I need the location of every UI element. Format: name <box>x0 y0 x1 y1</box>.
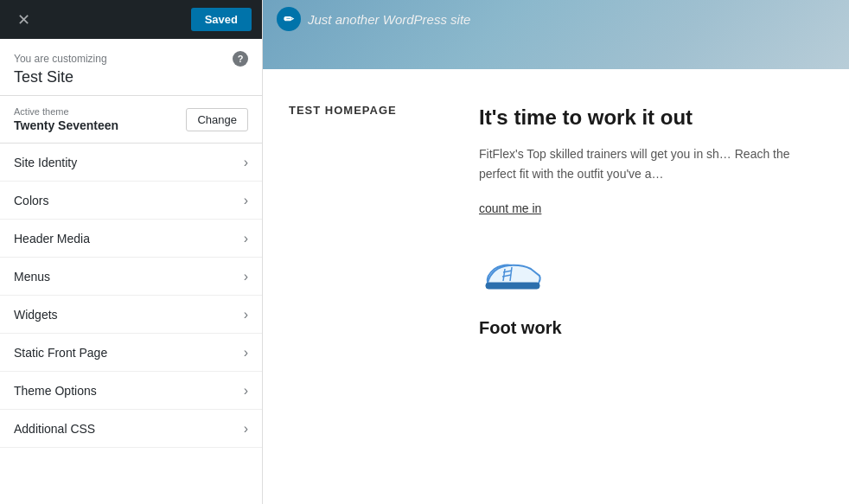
preview-cta-link[interactable]: count me in <box>479 201 541 215</box>
foot-work-label: Foot work <box>479 318 823 338</box>
shoe-icon-container <box>479 250 823 301</box>
preview-site-label: ✏ Just another WordPress site <box>277 7 470 31</box>
menu-item-header-media[interactable]: Header Media › <box>0 220 262 258</box>
chevron-right-icon: › <box>244 155 248 170</box>
menu-item-widgets[interactable]: Widgets › <box>0 296 262 334</box>
close-icon: ✕ <box>17 11 30 29</box>
close-button[interactable]: ✕ <box>10 7 37 33</box>
preview-panel: ✏ Just another WordPress site TEST HOMEP… <box>263 0 849 504</box>
chevron-right-icon: › <box>244 345 248 360</box>
menu-item-label: Additional CSS <box>14 422 95 436</box>
preview-body-text: FitFlex's Top skilled trainers will get … <box>479 144 823 183</box>
preview-header-image: ✏ Just another WordPress site <box>263 0 849 69</box>
preview-content: TEST HOMEPAGE It's time to work it out F… <box>263 69 849 355</box>
site-logo-icon: ✏ <box>277 7 301 31</box>
site-tagline: Just another WordPress site <box>308 12 470 27</box>
active-theme-label: Active theme <box>14 106 118 117</box>
site-name: Test Site <box>14 68 248 86</box>
active-theme-left: Active theme Twenty Seventeen <box>14 106 118 132</box>
menu-item-label: Theme Options <box>14 384 97 398</box>
customizing-text: You are customizing <box>14 53 107 65</box>
menu-item-additional-css[interactable]: Additional CSS › <box>0 410 262 448</box>
preview-left-col: TEST HOMEPAGE <box>289 104 444 338</box>
menu-item-static-front-page[interactable]: Static Front Page › <box>0 334 262 372</box>
preview-right-col: It's time to work it out FitFlex's Top s… <box>479 104 823 338</box>
menu-item-label: Colors <box>14 194 48 207</box>
menu-item-site-identity[interactable]: Site Identity › <box>0 144 262 182</box>
active-theme-name: Twenty Seventeen <box>14 118 118 132</box>
menu-item-label: Menus <box>14 270 50 284</box>
sidebar-header: ✕ Saved <box>0 0 262 39</box>
chevron-right-icon: › <box>244 269 248 284</box>
chevron-right-icon: › <box>244 307 248 322</box>
menu-item-label: Header Media <box>14 232 90 246</box>
chevron-right-icon: › <box>244 193 248 208</box>
chevron-right-icon: › <box>244 421 248 437</box>
homepage-label: TEST HOMEPAGE <box>289 104 444 117</box>
menu-items-list: Site Identity › Colors › Header Media › … <box>0 144 262 504</box>
customizing-section: You are customizing ? Test Site <box>0 39 262 96</box>
menu-item-colors[interactable]: Colors › <box>0 182 262 220</box>
menu-item-theme-options[interactable]: Theme Options › <box>0 372 262 410</box>
active-theme-section: Active theme Twenty Seventeen Change <box>0 96 262 144</box>
help-icon[interactable]: ? <box>233 51 248 67</box>
svg-rect-0 <box>486 283 539 289</box>
menu-item-label: Site Identity <box>14 156 77 169</box>
menu-item-label: Static Front Page <box>14 346 107 360</box>
chevron-right-icon: › <box>244 231 248 246</box>
sidebar: ✕ Saved You are customizing ? Test Site … <box>0 0 263 504</box>
customizing-label-row: You are customizing ? <box>14 51 248 67</box>
preview-heading: It's time to work it out <box>479 104 823 131</box>
chevron-right-icon: › <box>244 383 248 399</box>
shoe-icon <box>479 250 548 297</box>
change-theme-button[interactable]: Change <box>186 108 248 131</box>
menu-item-label: Widgets <box>14 308 58 322</box>
saved-button[interactable]: Saved <box>191 8 252 31</box>
menu-item-menus[interactable]: Menus › <box>0 258 262 296</box>
